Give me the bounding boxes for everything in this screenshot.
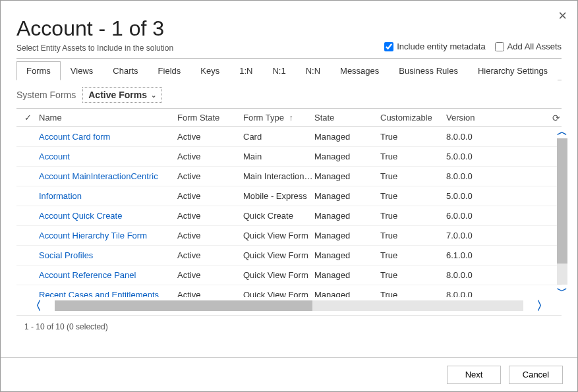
chevron-down-icon: ⌄: [151, 92, 156, 99]
row-state: Managed: [314, 250, 380, 260]
row-version: 5.0.0.0: [446, 191, 499, 201]
row-form-state: Active: [177, 270, 243, 280]
table-row[interactable]: Account MainInteractionCentricActiveMain…: [16, 167, 562, 186]
tab-charts[interactable]: Charts: [103, 61, 148, 80]
row-version: 6.0.0.0: [446, 211, 499, 221]
row-state: Managed: [314, 171, 380, 181]
table-row[interactable]: Account Card formActiveCardManagedTrue8.…: [16, 127, 562, 147]
row-name-link[interactable]: Social Profiles: [39, 250, 177, 260]
tab-messages[interactable]: Messages: [330, 61, 389, 80]
row-name-link[interactable]: Information: [39, 191, 177, 201]
filter-value: Active Forms: [88, 90, 147, 100]
row-form-type: Quick View Form: [243, 270, 314, 280]
include-metadata-checkbox[interactable]: Include entity metadata: [384, 42, 485, 51]
close-icon[interactable]: ×: [558, 7, 567, 24]
row-version: 8.0.0.0: [446, 132, 499, 142]
filter-label: System Forms: [16, 90, 76, 100]
row-version: 5.0.0.0: [446, 152, 499, 161]
row-customizable: True: [380, 171, 446, 181]
row-name-link[interactable]: Account Hierarchy Tile Form: [39, 231, 177, 240]
vertical-scrollbar[interactable]: ︿ ﹀: [556, 126, 568, 296]
tab-keys[interactable]: Keys: [190, 61, 229, 80]
row-customizable: True: [380, 191, 446, 201]
tab-business-rules[interactable]: Business Rules: [389, 61, 468, 80]
col-customizable[interactable]: Customizable: [380, 113, 446, 123]
tab-views[interactable]: Views: [61, 61, 103, 80]
add-all-checkbox[interactable]: Add All Assets: [495, 42, 562, 51]
tab-n-1[interactable]: N:1: [262, 61, 295, 80]
row-name-link[interactable]: Recent Cases and Entitlements: [39, 290, 177, 297]
row-name-link[interactable]: Account MainInteractionCentric: [39, 171, 177, 181]
page-subtitle: Select Entity Assets to Include in the s…: [16, 43, 173, 53]
table-row[interactable]: Account Hierarchy Tile FormActiveQuick V…: [16, 226, 562, 246]
row-customizable: True: [380, 152, 446, 161]
table-row[interactable]: AccountActiveMainManagedTrue5.0.0.0: [16, 147, 562, 167]
include-metadata-label: Include entity metadata: [397, 42, 485, 51]
table-row[interactable]: Account Reference PanelActiveQuick View …: [16, 266, 562, 285]
scroll-up-icon[interactable]: ︿: [557, 126, 567, 137]
tab-fields[interactable]: Fields: [148, 61, 191, 80]
include-metadata-input[interactable]: [384, 42, 393, 51]
row-customizable: True: [380, 270, 446, 280]
table-row[interactable]: Account Quick CreateActiveQuick CreateMa…: [16, 206, 562, 226]
vscroll-track[interactable]: [557, 138, 567, 285]
select-all-check[interactable]: ✓: [16, 113, 39, 123]
row-form-state: Active: [177, 211, 243, 221]
row-customizable: True: [380, 231, 446, 240]
table-row[interactable]: Social ProfilesActiveQuick View FormMana…: [16, 246, 562, 266]
row-state: Managed: [314, 290, 380, 297]
footer: Next Cancel: [1, 357, 577, 391]
row-state: Managed: [314, 191, 380, 201]
refresh-icon[interactable]: ⟳: [552, 113, 560, 123]
col-version[interactable]: Version: [446, 113, 499, 123]
col-state[interactable]: State: [314, 113, 380, 123]
tab-hierarchy-settings[interactable]: Hierarchy Settings: [468, 61, 558, 80]
next-button[interactable]: Next: [447, 366, 501, 384]
row-form-type: Quick View Form: [243, 231, 314, 240]
row-customizable: True: [380, 132, 446, 142]
filter-dropdown[interactable]: Active Forms ⌄: [82, 87, 162, 103]
col-form-state[interactable]: Form State: [177, 113, 243, 123]
row-form-state: Active: [177, 171, 243, 181]
col-form-type[interactable]: Form Type ↑: [243, 113, 314, 123]
row-state: Managed: [314, 211, 380, 221]
row-version: 8.0.0.0: [446, 270, 499, 280]
page-title: Account - 1 of 3: [16, 16, 173, 41]
status-text: 1 - 10 of 10 (0 selected): [16, 315, 562, 338]
table-row[interactable]: InformationActiveMobile - ExpressManaged…: [16, 186, 562, 206]
col-name[interactable]: Name: [39, 113, 177, 123]
tab-1-n[interactable]: 1:N: [229, 61, 262, 80]
row-customizable: True: [380, 290, 446, 297]
row-name-link[interactable]: Account: [39, 152, 177, 161]
tab-forms[interactable]: Forms: [16, 61, 61, 80]
cancel-button[interactable]: Cancel: [509, 366, 563, 384]
hscroll-track[interactable]: [55, 300, 523, 311]
horizontal-scrollbar[interactable]: 〈 〉: [16, 300, 562, 312]
row-state: Managed: [314, 152, 380, 161]
row-state: Managed: [314, 270, 380, 280]
row-form-type: Quick Create: [243, 211, 314, 221]
grid-header: ✓ Name Form State Form Type ↑ State Cust…: [16, 108, 562, 127]
vscroll-thumb[interactable]: [557, 138, 567, 264]
row-state: Managed: [314, 132, 380, 142]
tabbar: FormsViewsChartsFieldsKeys1:NN:1N:NMessa…: [16, 61, 562, 80]
table-row[interactable]: Recent Cases and EntitlementsActiveQuick…: [16, 285, 562, 297]
row-name-link[interactable]: Account Quick Create: [39, 211, 177, 221]
row-version: 8.0.0.0: [446, 290, 499, 297]
row-name-link[interactable]: Account Card form: [39, 132, 177, 142]
row-form-state: Active: [177, 191, 243, 201]
add-all-input[interactable]: [495, 42, 504, 51]
row-name-link[interactable]: Account Reference Panel: [39, 270, 177, 280]
row-version: 8.0.0.0: [446, 171, 499, 181]
scroll-left-icon[interactable]: 〈: [16, 298, 55, 314]
scroll-right-icon[interactable]: 〉: [523, 298, 562, 314]
row-form-type: Main Interaction…: [243, 171, 314, 181]
row-customizable: True: [380, 211, 446, 221]
tab-n-n[interactable]: N:N: [296, 61, 330, 80]
hscroll-thumb[interactable]: [55, 300, 312, 311]
sort-asc-icon: ↑: [289, 113, 294, 123]
row-version: 6.1.0.0: [446, 250, 499, 260]
scroll-down-icon[interactable]: ﹀: [557, 286, 567, 296]
row-form-state: Active: [177, 231, 243, 240]
row-form-state: Active: [177, 152, 243, 161]
